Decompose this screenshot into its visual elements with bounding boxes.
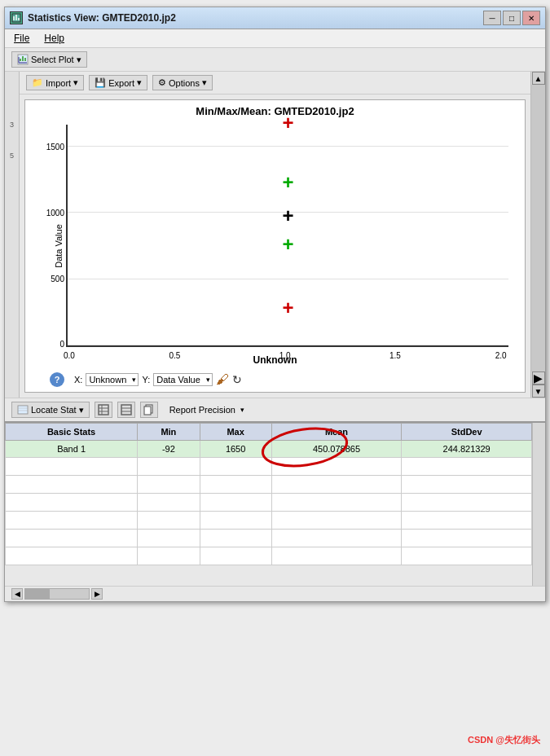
gear-icon: ⚙ [158,77,166,88]
export-arrow: ▾ [137,77,142,88]
y-axis-select-wrapper: Data Value [153,373,213,386]
x-tick-05: 0.5 [169,351,180,360]
left-panel: 3 5 [5,72,20,398]
table-content: Basic Stats Min Max Mean StdDev Band 1 -… [5,423,532,586]
left-num-1: 3 [10,121,14,129]
band1-mean: 450.078865 [271,441,402,458]
locate-stat-button[interactable]: Locate Stat ▾ [11,402,90,418]
select-plot-toolbar: Select Plot ▾ [5,48,545,72]
table-scroll-area: Basic Stats Min Max Mean StdDev Band 1 -… [5,423,545,586]
window-title: Statistics View: GMTED2010.jp2 [28,12,176,24]
app-icon [10,11,23,24]
table-header-row: Basic Stats Min Max Mean StdDev [6,424,532,441]
chart-background: 0 500 1000 1500 0.0 0.5 1.0 1.5 2.0 + [66,125,508,347]
select-plot-arrow: ▾ [77,55,81,65]
h-scrollbar-track[interactable] [24,588,90,600]
band1-row: Band 1 -92 1650 450.078865 244.821329 [6,441,532,458]
menu-bar: File Help [5,29,545,48]
x-tick-0: 0.0 [64,351,75,360]
table-body: Band 1 -92 1650 450.078865 244.821329 [6,441,532,565]
y-tick-1500: 1500 [46,143,64,152]
band1-max: 1650 [200,441,271,458]
file-menu[interactable]: File [11,32,32,45]
svg-rect-17 [121,405,131,415]
h-scrollbar-thumb [25,589,50,599]
scroll-down-button[interactable]: ▼ [532,385,545,398]
close-button[interactable]: ✕ [522,11,540,25]
bottom-toolbar: Locate Stat ▾ Report Precision [5,398,545,423]
y-axis-select[interactable]: Data Value [153,373,213,386]
x-axis-select[interactable]: Unknown [86,373,139,386]
scroll-right-arrow[interactable]: ▶ [532,371,545,385]
chart-icon [17,54,29,65]
content-area: 3 5 📁 Import ▾ 💾 Export ▾ ⚙ [5,72,545,398]
import-arrow: ▾ [73,77,78,88]
export-button[interactable]: 💾 Export ▾ [89,75,147,90]
locate-icon [17,404,29,415]
options-button[interactable]: ⚙ Options ▾ [152,75,213,90]
main-panel: 📁 Import ▾ 💾 Export ▾ ⚙ Options ▾ Min/Ma… [20,72,530,398]
y-tick-1000: 1000 [46,209,64,218]
empty-row-6 [6,547,532,565]
h-scroll-right[interactable]: ▶ [91,588,103,600]
grid-icon-2 [121,404,132,415]
save-icon: 💾 [95,77,106,88]
brush-icon: 🖌 [216,372,229,387]
band1-min: -92 [138,441,200,458]
help-button[interactable]: ? [50,372,64,387]
folder-icon: 📁 [32,77,43,88]
h-scroll-left[interactable]: ◀ [11,588,23,600]
locate-stat-arrow: ▾ [79,405,84,415]
h-scrollbar: ◀ ▶ [11,588,103,600]
svg-rect-21 [144,407,151,415]
x-tick-15: 1.5 [389,351,401,360]
table-icon-1[interactable] [95,402,112,418]
grid-line-1500 [68,146,508,147]
plot-toolbar: 📁 Import ▾ 💾 Export ▾ ⚙ Options ▾ [20,72,530,94]
empty-row-2 [6,476,532,494]
y-tick-500: 500 [51,275,64,284]
main-window: Statistics View: GMTED2010.jp2 ─ □ ✕ Fil… [4,7,546,602]
svg-rect-10 [18,406,28,414]
chart-inner: 0 500 1000 1500 0.0 0.5 1.0 1.5 2.0 + [66,125,508,347]
col-min: Min [138,424,200,441]
col-mean: Mean [271,424,402,441]
watermark: CSDN @失忆街头 [468,734,540,746]
scroll-up-button[interactable]: ▲ [532,72,545,85]
scrollbar-track[interactable] [531,85,545,371]
table-icon-2[interactable] [117,402,135,418]
axis-controls: ? X: Unknown Y: Data Value 🖌 [50,372,517,387]
options-arrow: ▾ [202,77,207,88]
empty-row-5 [6,530,532,547]
col-stddev: StdDev [402,424,532,441]
band1-stddev: 244.821329 [402,441,532,458]
import-button[interactable]: 📁 Import ▾ [26,75,84,90]
grid-icon-1 [98,404,109,415]
clipboard-icon [143,404,155,415]
upper-quartile-marker: + [282,173,293,192]
grid-line-500 [68,279,508,279]
title-bar: Statistics View: GMTED2010.jp2 ─ □ ✕ [5,7,545,29]
empty-row-1 [6,458,532,476]
lower-quartile-marker: + [282,235,293,254]
empty-row-4 [6,512,532,530]
select-plot-button[interactable]: Select Plot ▾ [11,51,87,68]
help-menu[interactable]: Help [42,32,67,45]
bottom-status: ◀ ▶ [5,586,545,601]
refresh-icon[interactable]: ↻ [232,373,242,386]
mean-marker: + [282,206,293,226]
empty-row-3 [6,494,532,512]
maximize-button[interactable]: □ [503,11,521,25]
x-label: X: [74,375,82,385]
select-plot-label: Select Plot [31,55,74,64]
minimize-button[interactable]: ─ [483,11,501,25]
copy-icon[interactable] [140,402,158,418]
x-tick-2: 2.0 [495,351,507,360]
left-num-2: 5 [10,152,14,160]
min-marker: + [282,298,293,318]
report-precision-arrow: ▾ [240,406,244,414]
band1-name: Band 1 [6,441,138,458]
stats-table: Basic Stats Min Max Mean StdDev Band 1 -… [5,423,532,565]
y-axis-label: Data Value [54,224,64,268]
table-scrollbar[interactable] [532,423,545,586]
